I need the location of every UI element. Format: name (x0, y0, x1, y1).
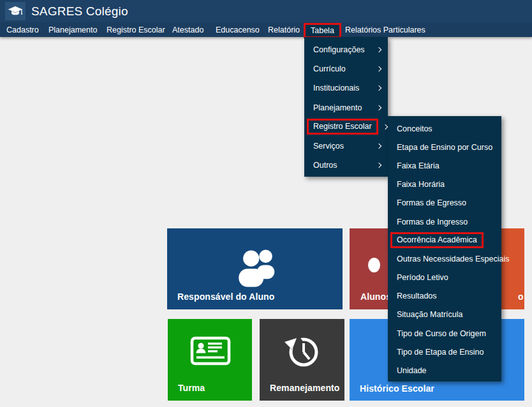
submenu-item-periodo-letivo[interactable]: Período Letivo (388, 269, 501, 287)
tile-remanejamento[interactable]: Remanejamento (260, 319, 344, 401)
submenu-item-faixa-etaria[interactable]: Faixa Etária (388, 156, 501, 175)
menu-tabela-active[interactable]: Tabela (304, 23, 341, 38)
tile-label: Alunos (360, 292, 391, 302)
chevron-right-icon (382, 124, 387, 130)
submenu-item-situacao-matricula[interactable]: Situação Matrícula (388, 306, 501, 324)
id-card-icon (190, 336, 231, 366)
app-title: SAGRES Colégio (31, 4, 128, 18)
tile-responsavel-do-aluno[interactable]: Responsável do Aluno (167, 228, 343, 309)
submenu-item-faixa-horaria[interactable]: Faixa Horária (388, 175, 501, 194)
submenu-item-unidade[interactable]: Unidade (388, 361, 501, 380)
tile-label: Turma (178, 383, 205, 393)
submenu-item-ocorrencia-academica-active[interactable]: Ocorrência Acadêmica (388, 231, 501, 249)
menu-item-configuracoes[interactable]: Configurações (304, 40, 388, 59)
menu-item-registro-escolar-active[interactable]: Registro Escolar (304, 117, 388, 137)
chevron-right-icon (376, 163, 381, 168)
submenu-item-formas-de-ingresso[interactable]: Formas de Ingresso (388, 212, 501, 231)
menu-item-curriculo[interactable]: Currículo (304, 59, 388, 78)
menu-relatorios-particulares[interactable]: Relatórios Particulares (345, 22, 425, 37)
tile-label: Remanejamento (270, 383, 339, 393)
menu-bar: Cadastro Planejamento Registro Escolar A… (0, 22, 532, 37)
menu-item-servicos[interactable]: Serviços (304, 137, 388, 156)
people-icon (233, 248, 283, 288)
menu-registro-escolar[interactable]: Registro Escolar (107, 22, 165, 37)
history-clock-icon (281, 332, 323, 371)
menu-atestado[interactable]: Atestado (172, 22, 203, 37)
submenu-item-outras-necessidades-especiais[interactable]: Outras Necessidades Especiais (388, 249, 501, 268)
chevron-right-icon (376, 66, 381, 71)
graduation-cap-icon (8, 5, 23, 18)
chevron-right-icon (376, 47, 381, 52)
chevron-right-icon (376, 144, 381, 149)
registro-escolar-submenu: Conceitos Etapa de Ensino por Curso Faix… (388, 116, 501, 381)
app-icon-tile (5, 2, 26, 20)
menu-item-institucionais[interactable]: Institucionais (304, 78, 388, 98)
submenu-item-etapa-de-ensino-por-curso[interactable]: Etapa de Ensino por Curso (388, 138, 501, 156)
sagres-window: Responsável do Aluno Alunos o Turma Rema… (0, 0, 532, 407)
chevron-right-icon (376, 85, 381, 91)
hidden-icon-fragment (368, 258, 380, 272)
menu-educacenso[interactable]: Educacenso (216, 22, 260, 37)
submenu-item-tipo-de-curso-de-origem[interactable]: Tipo de Curso de Origem (388, 324, 501, 343)
menu-planejamento[interactable]: Planejamento (48, 22, 97, 37)
menu-cadastro[interactable]: Cadastro (6, 22, 39, 37)
submenu-item-formas-de-egresso[interactable]: Formas de Egresso (388, 194, 501, 212)
tile-label: Responsável do Aluno (177, 292, 274, 302)
tile-label: Histórico Escolar (360, 383, 434, 394)
chevron-right-icon (376, 105, 381, 110)
title-bar: SAGRES Colégio (0, 0, 532, 22)
tile-turma[interactable]: Turma (168, 319, 252, 401)
submenu-item-resultados[interactable]: Resultados (388, 287, 501, 306)
submenu-item-tipo-de-etapa-de-ensino[interactable]: Tipo de Etapa de Ensino (388, 343, 501, 361)
menu-item-planejamento[interactable]: Planejamento (304, 98, 388, 117)
menu-relatorio[interactable]: Relatório (268, 22, 300, 37)
submenu-item-conceitos[interactable]: Conceitos (388, 119, 501, 138)
tile-label-fragment: o (518, 292, 524, 302)
menu-item-outros[interactable]: Outros (304, 156, 388, 175)
tabela-dropdown-menu: Configurações Currículo Institucionais P… (304, 37, 388, 177)
